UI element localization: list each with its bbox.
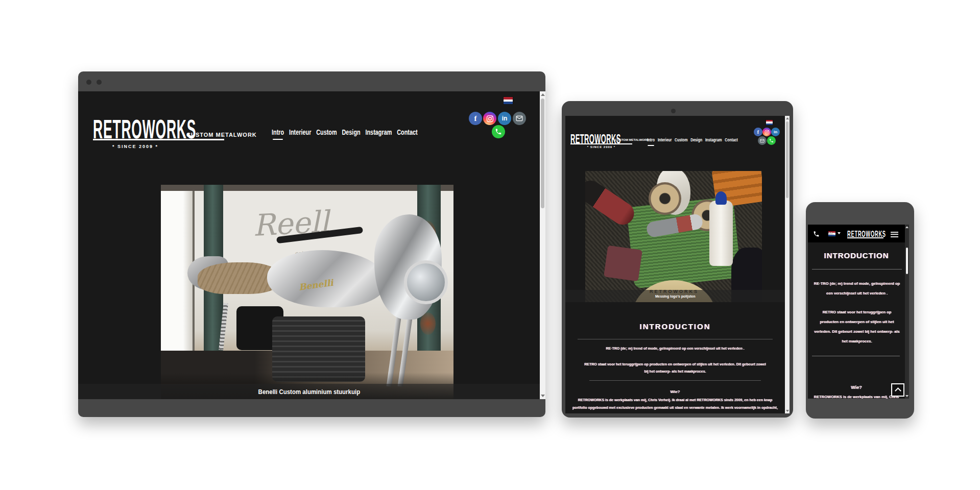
scroll-up-icon[interactable]: [541, 93, 545, 96]
desktop-viewport: RETROWORKS CUSTOM METALWORK * SINCE 2009…: [78, 91, 545, 399]
hamburger-menu-icon[interactable]: [891, 230, 898, 238]
dutch-flag-icon[interactable]: [504, 97, 513, 104]
scroll-down-icon[interactable]: [541, 395, 545, 397]
phone-frame: NL RETROWORKS INTRODUCTION RE·TRO (de; m…: [806, 202, 914, 419]
nav-item-custom[interactable]: Custom: [316, 128, 337, 136]
email-icon[interactable]: [513, 112, 526, 125]
divider: [812, 356, 900, 356]
nav-item-intro[interactable]: Intro: [647, 137, 655, 142]
instagram-icon[interactable]: [483, 112, 496, 125]
nav-item-instagram[interactable]: Instagram: [705, 137, 722, 142]
linkedin-icon[interactable]: in: [498, 112, 511, 125]
site-logo[interactable]: RETROWORKS: [570, 132, 621, 147]
dutch-flag-icon[interactable]: [766, 120, 773, 125]
hero-caption-band: Benelli Custom aluminium stuurkuip: [78, 384, 540, 399]
whatsapp-icon[interactable]: [767, 136, 776, 145]
nav-item-interieur[interactable]: Interieur: [289, 128, 312, 136]
linkedin-icon[interactable]: in: [771, 128, 780, 136]
scrollbar[interactable]: [540, 91, 545, 399]
scroll-up-icon[interactable]: [786, 117, 789, 119]
nav-item-contact[interactable]: Contact: [725, 137, 737, 142]
intro-paragraph: RETRO staat voor het teruggrijpen op pro…: [814, 307, 900, 346]
phone-call-icon[interactable]: [813, 230, 820, 239]
scroll-up-icon[interactable]: [905, 226, 909, 228]
site-tagline: CUSTOM METALWORK: [186, 132, 257, 138]
scroll-to-top-button[interactable]: [891, 383, 904, 397]
scrollbar-thumb[interactable]: [541, 99, 544, 208]
facebook-icon[interactable]: f: [469, 112, 482, 125]
logo-underline: [93, 139, 224, 140]
divider: [589, 380, 761, 381]
motorcycle-headlight: [404, 260, 448, 304]
divider: [578, 339, 773, 339]
tablet-frame: RETROWORKS CUSTOM METALWORK * SINCE 2009…: [562, 101, 793, 418]
facebook-icon[interactable]: f: [754, 128, 762, 136]
email-icon[interactable]: [758, 136, 767, 145]
nav-item-contact[interactable]: Contact: [397, 128, 417, 136]
main-nav: Intro Interieur Custom Design Instagram …: [272, 128, 418, 136]
nav-item-interieur[interactable]: Interieur: [658, 137, 672, 142]
nav-item-custom[interactable]: Custom: [675, 137, 687, 142]
instagram-icon[interactable]: [762, 128, 771, 136]
workbench-photo: RETROWORKS: [585, 171, 762, 302]
scroll-down-icon[interactable]: [905, 395, 909, 397]
section-title: INTRODUCTION: [808, 251, 905, 260]
scroll-down-icon[interactable]: [786, 410, 789, 412]
language-label: NL: [829, 232, 833, 235]
since-label: * SINCE 2009 *: [93, 144, 178, 149]
chevron-up-icon: [895, 387, 901, 394]
tank-logo-text: Benelli: [298, 277, 334, 292]
tablet-viewport: RETROWORKS CUSTOM METALWORK * SINCE 2009…: [565, 116, 790, 413]
who-paragraph: RETROWORKS is de werkplaats van mij, Chr…: [572, 396, 778, 413]
who-title: Wie?: [565, 389, 785, 394]
scrollbar[interactable]: [905, 225, 909, 399]
scrollbar-thumb[interactable]: [786, 121, 788, 198]
nav-item-design[interactable]: Design: [690, 137, 702, 142]
language-selector[interactable]: NL: [828, 231, 835, 236]
scrollbar[interactable]: [785, 116, 790, 413]
scrollbar-thumb[interactable]: [906, 248, 908, 274]
divider: [812, 269, 902, 270]
logo-underline: [570, 143, 632, 144]
who-title: Wie?: [808, 385, 905, 390]
section-title: INTRODUCTION: [565, 322, 785, 331]
intro-definition: RE·TRO (de; m) trend of mode, geïnspiree…: [578, 347, 772, 350]
whatsapp-icon[interactable]: [492, 125, 505, 138]
window-dot-icon: [86, 80, 91, 85]
photo-caption-band: Messing logo's polijsten: [565, 290, 785, 302]
chevron-down-icon: [838, 232, 841, 234]
mobile-top-bar: NL RETROWORKS: [808, 225, 909, 242]
nav-item-intro[interactable]: Intro: [272, 128, 284, 136]
desktop-browser-frame: RETROWORKS CUSTOM METALWORK * SINCE 2009…: [78, 71, 545, 417]
logo-underline: [847, 237, 883, 238]
nav-item-design[interactable]: Design: [342, 128, 360, 136]
motorcycle-tank: Benelli: [267, 250, 386, 307]
intro-definition: RE·TRO (de; m) trend of mode, geïnspiree…: [813, 279, 901, 298]
hero-photo: Reell est. 1997 Benelli: [161, 185, 453, 399]
photo-caption: Messing logo's polijsten: [655, 294, 696, 299]
camera-dot-icon: [671, 109, 676, 113]
phone-viewport: NL RETROWORKS INTRODUCTION RE·TRO (de; m…: [808, 225, 909, 399]
hero-caption: Benelli Custom aluminium stuurkuip: [258, 388, 360, 396]
site-tagline: CUSTOM METALWORK: [615, 138, 649, 141]
window-dot-icon: [97, 80, 102, 85]
main-nav: Intro Interieur Custom Design Instagram …: [647, 137, 738, 142]
nav-item-instagram[interactable]: Instagram: [365, 128, 392, 136]
who-paragraph: RETROWORKS is de werkplaats van mij, Chr…: [811, 393, 902, 399]
intro-paragraph: RETRO staat voor het teruggrijpen op pro…: [583, 361, 767, 375]
since-label: * SINCE 2009 *: [570, 145, 632, 149]
